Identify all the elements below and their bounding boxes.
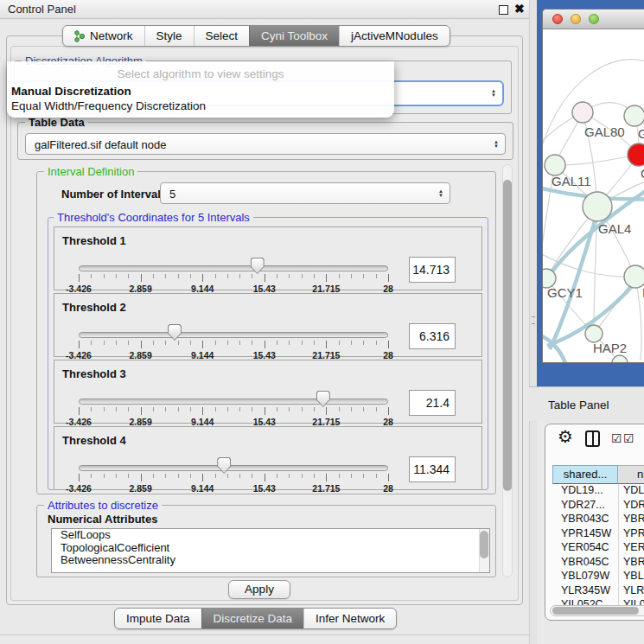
slider-track[interactable] (79, 265, 388, 271)
tab-infer-network[interactable]: Infer Network (303, 609, 396, 628)
threshold-slider[interactable]: -3.4262.8599.14415.4321.71528 (79, 327, 388, 356)
slider-tick (165, 341, 166, 345)
slider-thumb[interactable] (217, 457, 231, 474)
attribute-item[interactable]: BetweennessCentrality (52, 554, 489, 567)
network-window-titlebar[interactable] (543, 10, 644, 29)
table-cell-shared-name[interactable]: YIL052C (561, 598, 603, 605)
table-cell-shared-name[interactable]: YBR043C (561, 513, 609, 525)
network-node[interactable] (572, 102, 593, 123)
network-node[interactable] (628, 143, 644, 166)
table-cell-shared-name[interactable]: YPR145W (561, 527, 611, 539)
threshold-value-field[interactable]: 6.316 (409, 323, 456, 349)
checkbox-icon[interactable]: ☑ (611, 431, 622, 445)
apply-button[interactable]: Apply (228, 580, 290, 599)
horizontal-scrollbar-thumb[interactable] (552, 607, 639, 615)
threshold-slider[interactable]: -3.4262.8599.14415.4321.71528 (79, 393, 388, 423)
column-header-name[interactable]: na (618, 465, 644, 484)
tab-impute-data[interactable]: Impute Data (115, 609, 201, 628)
attribute-item[interactable]: TopologicalCoefficient (52, 542, 489, 555)
slider-thumb[interactable] (251, 258, 265, 274)
number-of-intervals-combobox[interactable]: 5 ▲▼ (160, 182, 450, 204)
table-cell-name[interactable]: YPR1 (623, 527, 644, 539)
table-cell-shared-name[interactable]: YER054C (561, 541, 609, 553)
slider-thumb[interactable] (316, 391, 330, 407)
slider-tick-label: 21.715 (312, 483, 340, 494)
splitter-handle[interactable] (532, 316, 535, 324)
minimize-traffic-light-icon[interactable] (571, 14, 581, 24)
zoom-traffic-light-icon[interactable] (589, 14, 599, 24)
table-row[interactable]: YBR043CYBR0 (552, 513, 644, 527)
close-traffic-light-icon[interactable] (552, 14, 563, 24)
table-cell-shared-name[interactable]: YBL079W (561, 570, 609, 582)
attribute-item[interactable]: SelfLoops (52, 529, 489, 542)
threshold-slider[interactable]: -3.4262.8599.14415.4321.71528 (79, 260, 388, 290)
slider-tick (104, 274, 105, 278)
split-columns-icon[interactable] (585, 430, 600, 447)
slider-tick (178, 407, 179, 411)
tab-select[interactable]: Select (194, 26, 250, 46)
table-cell-name[interactable]: YER0 (623, 541, 644, 553)
combo-arrows-icon[interactable]: ▲▼ (491, 89, 496, 98)
slider-tick-label: 9.144 (191, 483, 214, 494)
slider-tick (252, 474, 252, 478)
slider-track[interactable] (79, 465, 388, 471)
table-cell-name[interactable]: YBR0 (623, 556, 644, 568)
table-row[interactable]: YBR045CYBR0 (552, 556, 644, 571)
table-cell-name[interactable]: YDL1 (623, 484, 644, 496)
close-icon[interactable]: ✖ (514, 2, 525, 16)
tab-label: Network (90, 29, 133, 42)
slider-tick (153, 407, 154, 411)
panel-splitter[interactable] (529, 0, 537, 644)
tab-network[interactable]: Network (63, 26, 144, 46)
table-data-combobox[interactable]: galFiltered.sif default node ▲▼ (25, 133, 506, 155)
threshold-slider[interactable]: -3.4262.8599.14415.4321.71528 (79, 460, 388, 489)
network-node[interactable] (583, 192, 612, 221)
gear-icon[interactable]: ⚙ (558, 426, 573, 447)
table-cell-name[interactable]: YBL0 (623, 570, 644, 582)
table-row[interactable]: YIL052CYIL0 (552, 598, 644, 605)
list-scrollbar-thumb[interactable] (480, 531, 488, 558)
slider-tick (376, 341, 377, 345)
table-cell-name[interactable]: YLR3 (623, 584, 644, 596)
combo-arrows-icon[interactable]: ▲▼ (494, 140, 499, 149)
slider-thumb[interactable] (168, 324, 182, 341)
threshold-value-field[interactable]: 21.4 (409, 390, 456, 416)
tab-discretize-data[interactable]: Discretize Data (201, 609, 304, 628)
dropdown-item-equal-width-frequency[interactable]: Equal Width/Frequency Discretization (11, 99, 206, 112)
table-cell-shared-name[interactable]: YBR045C (561, 556, 609, 568)
table-row[interactable]: YLR345WYLR3 (552, 584, 644, 599)
network-node[interactable] (585, 325, 603, 342)
combo-arrows-icon[interactable]: ▲▼ (438, 189, 443, 198)
slider-tick (202, 407, 203, 415)
table-cell-shared-name[interactable]: YLR345W (561, 584, 610, 596)
tab-style[interactable]: Style (144, 26, 194, 46)
tab-cyni-toolbox[interactable]: Cyni Toolbox (249, 26, 339, 46)
threshold-value-field[interactable]: 11.344 (409, 456, 456, 482)
table-cell-name[interactable]: YIL0 (623, 598, 644, 605)
threshold-value-field[interactable]: 14.713 (409, 257, 456, 283)
table-cell-shared-name[interactable]: YDR27... (561, 499, 605, 511)
divider (0, 634, 529, 635)
table-row[interactable]: YDL19...YDL1 (552, 484, 644, 499)
network-view-canvas[interactable]: GAL80GACGAL11GAL4GCY1HHAP2 (543, 29, 644, 363)
table-row[interactable]: YDR27...YDR2 (552, 499, 644, 513)
table-row[interactable]: YBL079WYBL0 (552, 570, 644, 584)
checkbox-icon[interactable]: ☑ (623, 431, 634, 445)
table-row[interactable]: YPR145WYPR1 (552, 527, 644, 542)
table-cell-name[interactable]: YBR0 (623, 513, 644, 525)
table-cell-shared-name[interactable]: YDL19... (561, 484, 603, 496)
tab-jactivemnodules[interactable]: jActiveMNodules (339, 26, 450, 46)
horizontal-scrollbar-track[interactable] (550, 605, 644, 616)
slider-track[interactable] (79, 399, 388, 405)
vertical-scrollbar-thumb[interactable] (503, 180, 512, 491)
numerical-attributes-list[interactable]: SelfLoopsTopologicalCoefficientBetweenne… (51, 528, 490, 573)
table-cell-name[interactable]: YDR2 (623, 499, 644, 511)
dropdown-item-manual-discretization[interactable]: Manual Discretization (11, 85, 131, 98)
column-header-shared-name[interactable]: shared... (552, 465, 618, 484)
slider-track[interactable] (79, 332, 388, 338)
table-row[interactable]: YER054CYER0 (552, 541, 644, 556)
float-window-icon[interactable] (499, 5, 508, 15)
network-node[interactable] (624, 265, 644, 288)
network-node[interactable] (624, 105, 644, 126)
network-node[interactable] (545, 155, 565, 175)
